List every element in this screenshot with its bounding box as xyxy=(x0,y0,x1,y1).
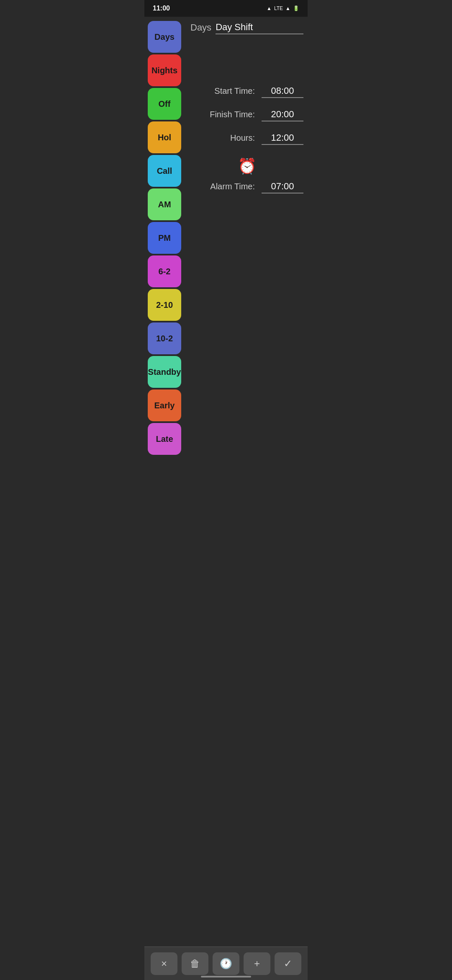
alarm-time-row: Alarm Time: xyxy=(190,180,303,193)
sidebar-btn-days[interactable]: Days xyxy=(148,21,181,53)
sidebar-btn-late[interactable]: Late xyxy=(148,423,181,455)
hours-wrapper xyxy=(262,132,303,145)
content-area: Days Start Time: Finish Time: Hours: xyxy=(186,21,308,455)
hours-row: Hours: xyxy=(190,132,303,145)
sidebar-btn-pm[interactable]: PM xyxy=(148,222,181,254)
sidebar-btn-nights[interactable]: Nights xyxy=(148,54,181,86)
sidebar: DaysNightsOffHolCallAMPM6-22-1010-2Stand… xyxy=(144,21,186,455)
status-bar: 11:00 ▲ LTE ▲ 🔋 xyxy=(144,0,308,17)
alarm-clock-icon: ⏰ xyxy=(238,157,257,175)
main-layout: DaysNightsOffHolCallAMPM6-22-1010-2Stand… xyxy=(144,17,308,455)
finish-time-label: Finish Time: xyxy=(210,110,255,119)
finish-time-input[interactable] xyxy=(262,108,303,121)
finish-time-row: Finish Time: xyxy=(190,108,303,121)
start-time-label: Start Time: xyxy=(214,86,255,96)
sidebar-btn-am[interactable]: AM xyxy=(148,188,181,220)
tab-days-label: Days xyxy=(190,22,211,33)
shift-name-input[interactable] xyxy=(216,21,303,34)
hours-label: Hours: xyxy=(230,133,255,143)
start-time-wrapper xyxy=(262,85,303,98)
sidebar-btn-early[interactable]: Early xyxy=(148,389,181,421)
time-fields: Start Time: Finish Time: Hours: xyxy=(190,85,303,145)
sidebar-btn-off[interactable]: Off xyxy=(148,88,181,120)
alarm-time-wrapper xyxy=(262,180,303,193)
sidebar-btn-6-2[interactable]: 6-2 xyxy=(148,255,181,287)
alarm-time-input[interactable] xyxy=(262,180,303,193)
sidebar-btn-10-2[interactable]: 10-2 xyxy=(148,322,181,354)
hours-input[interactable] xyxy=(262,132,303,144)
alarm-time-label: Alarm Time: xyxy=(210,182,255,191)
finish-time-wrapper xyxy=(262,108,303,121)
start-time-input[interactable] xyxy=(262,85,303,97)
shift-name-wrapper xyxy=(216,21,303,34)
lte-label: LTE xyxy=(274,5,283,11)
header-row: Days xyxy=(190,21,303,34)
sidebar-btn-hol[interactable]: Hol xyxy=(148,121,181,153)
alarm-section: ⏰ Alarm Time: xyxy=(190,157,303,193)
wifi-icon: ▲ xyxy=(267,5,272,11)
sidebar-btn-call[interactable]: Call xyxy=(148,155,181,187)
battery-icon: 🔋 xyxy=(293,5,299,11)
start-time-row: Start Time: xyxy=(190,85,303,98)
status-icons: ▲ LTE ▲ 🔋 xyxy=(267,5,299,11)
status-time: 11:00 xyxy=(153,5,170,12)
sidebar-btn-2-10[interactable]: 2-10 xyxy=(148,289,181,321)
signal-icon: ▲ xyxy=(285,5,290,11)
sidebar-btn-standby[interactable]: Standby xyxy=(148,356,181,388)
